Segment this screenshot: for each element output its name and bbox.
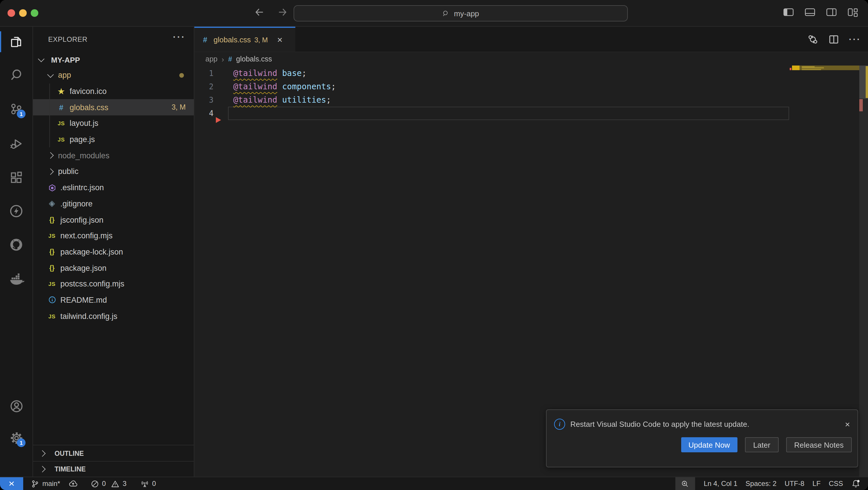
file-package-json[interactable]: {} package.json [33, 260, 194, 276]
code-line-2: 2 @tailwindcomponents; [194, 80, 858, 93]
semicolon-token: ; [302, 68, 307, 78]
later-button[interactable]: Later [745, 437, 778, 452]
forward-arrow-icon[interactable] [277, 7, 288, 18]
sidebar-item-github[interactable] [0, 230, 32, 260]
file-gitignore[interactable]: .gitignore [33, 196, 194, 211]
git-branch-item[interactable]: main* [27, 477, 64, 490]
cursor-position-item[interactable]: Ln 4, Col 1 [700, 477, 742, 490]
value-token: components [282, 82, 331, 91]
notifications-bell-item[interactable] [847, 477, 865, 490]
json-icon: {} [47, 264, 57, 271]
line-col-text: Ln 4, Col 1 [704, 480, 738, 488]
line-number: 3 [194, 93, 214, 107]
folder-app[interactable]: app [33, 67, 194, 83]
update-notification-toast: i Restart Visual Studio Code to apply th… [546, 410, 858, 467]
sidebar-item-run-debug[interactable] [0, 128, 32, 158]
sidebar-item-docker[interactable] [0, 263, 32, 293]
command-center-search[interactable]: my-app [293, 5, 628, 22]
folder-public[interactable]: public [33, 164, 194, 179]
update-now-button[interactable]: Update Now [681, 437, 738, 452]
code-line-1: 1 @tailwindbase; [194, 67, 858, 80]
eol-item[interactable]: LF [809, 477, 825, 490]
cloud-upload-icon [68, 479, 78, 488]
close-tab-icon[interactable]: × [277, 35, 283, 44]
favicon-star-icon: ★ [56, 87, 66, 96]
language-mode-item[interactable]: CSS [825, 477, 847, 490]
sidebar-item-extensions[interactable] [0, 162, 32, 193]
minimap-marker-red [790, 68, 792, 70]
file-postcss-config-mjs[interactable]: JS postcss.config.mjs [33, 276, 194, 292]
warnings-count: 3 [123, 480, 126, 488]
back-arrow-icon[interactable] [254, 7, 265, 18]
file-layout-js[interactable]: JS layout.js [33, 116, 194, 131]
search-icon [9, 68, 23, 82]
indentation-item[interactable]: Spaces: 2 [742, 477, 781, 490]
errors-count: 0 [102, 480, 105, 488]
editor-more-actions-icon[interactable]: ··· [849, 34, 861, 44]
spaces-text: Spaces: 2 [746, 480, 777, 488]
sidebar-item-accounts[interactable] [0, 391, 32, 421]
file-jsconfig-json[interactable]: {} jsconfig.json [33, 211, 194, 228]
sidebar-item-source-control[interactable]: 1 [0, 94, 32, 124]
encoding-item[interactable]: UTF-8 [781, 477, 809, 490]
file-package-lock-json[interactable]: {} package-lock.json [33, 244, 194, 260]
folder-label: node_modules [58, 151, 110, 160]
encoding-text: UTF-8 [785, 480, 804, 488]
file-favicon-ico[interactable]: ★ favicon.ico [33, 83, 194, 99]
sidebar-item-search[interactable] [0, 60, 32, 90]
file-label: .eslintrc.json [60, 183, 104, 192]
breadcrumb-folder[interactable]: app [206, 55, 218, 63]
toggle-panel-icon[interactable] [804, 7, 816, 17]
file-page-js[interactable]: JS page.js [33, 132, 194, 148]
tab-globals-css[interactable]: # globals.css 3, M × [194, 27, 295, 52]
timeline-section-header[interactable]: TIMELINE [33, 461, 194, 477]
release-notes-button[interactable]: Release Notes [786, 437, 852, 452]
outline-section-header[interactable]: OUTLINE [33, 445, 194, 461]
customize-layout-icon[interactable] [847, 7, 859, 17]
minimize-window-button[interactable] [19, 9, 26, 17]
chevron-down-icon [47, 71, 54, 78]
js-icon: JS [56, 120, 66, 127]
overview-ruler-warning-mark [866, 66, 868, 98]
explorer-more-actions-icon[interactable]: ··· [173, 32, 186, 42]
file-tailwind-config-js[interactable]: JS tailwind.config.js [33, 308, 194, 324]
file-next-config-mjs[interactable]: JS next.config.mjs [33, 228, 194, 244]
close-window-button[interactable] [7, 9, 15, 17]
maximize-window-button[interactable] [31, 9, 38, 17]
file-readme-md[interactable]: README.md [33, 292, 194, 308]
js-icon: JS [47, 232, 57, 239]
file-label: layout.js [70, 119, 98, 128]
indent-guide [49, 83, 50, 148]
folder-node-modules[interactable]: node_modules [33, 148, 194, 164]
problems-item[interactable]: 0 3 [86, 477, 130, 490]
toggle-secondary-sidebar-icon[interactable] [826, 7, 837, 17]
sync-changes-item[interactable] [64, 477, 82, 490]
toggle-primary-sidebar-icon[interactable] [783, 7, 794, 17]
problems-modified-badge: 3, M [172, 103, 186, 111]
project-root-row[interactable]: MY-APP [33, 52, 194, 67]
breadcrumb[interactable]: app › # globals.css [194, 52, 868, 67]
file-tree: app ★ favicon.ico # globals.css 3, M JS … [33, 67, 194, 324]
file-label: README.md [60, 296, 107, 304]
account-icon [9, 399, 24, 413]
file-globals-css[interactable]: # globals.css 3, M [33, 99, 194, 116]
run-debug-icon [9, 136, 24, 151]
open-changes-icon[interactable] [807, 33, 819, 45]
json-icon: {} [47, 216, 57, 223]
eol-text: LF [813, 480, 821, 488]
sidebar-item-settings[interactable]: 1 [0, 423, 32, 453]
zoom-status-item[interactable] [675, 477, 695, 490]
line-number-current: 4 [194, 107, 214, 120]
close-notification-icon[interactable]: × [845, 419, 850, 429]
split-editor-icon[interactable] [828, 33, 840, 45]
editor-scrollbar[interactable] [859, 66, 868, 477]
file-label: package-lock.json [60, 248, 123, 256]
file-eslintrc-json[interactable]: .eslintrc.json [33, 180, 194, 196]
extensions-icon [9, 170, 23, 185]
remote-indicator[interactable] [0, 477, 23, 490]
breadcrumb-separator-icon: › [222, 55, 224, 64]
breadcrumb-file[interactable]: globals.css [236, 55, 272, 63]
sidebar-item-explorer[interactable] [0, 27, 32, 57]
sidebar-item-lightning[interactable] [0, 196, 32, 226]
ports-item[interactable]: 0 [136, 477, 160, 490]
